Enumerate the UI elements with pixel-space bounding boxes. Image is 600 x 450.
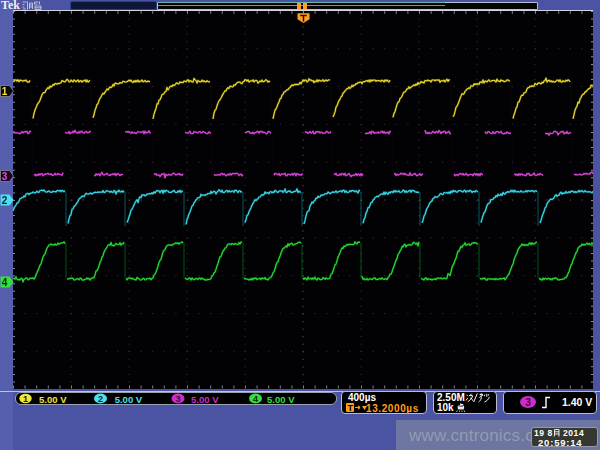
svg-text:1: 1 (23, 394, 28, 404)
svg-text:1.40 V: 1.40 V (562, 396, 592, 408)
svg-text:4: 4 (253, 394, 258, 404)
svg-text:5.00 V: 5.00 V (115, 394, 143, 405)
svg-text:3: 3 (2, 171, 8, 182)
svg-text:2: 2 (2, 195, 8, 206)
svg-text:5.00 V: 5.00 V (191, 394, 219, 405)
svg-text:5.00 V: 5.00 V (39, 394, 67, 405)
svg-text:2: 2 (98, 394, 103, 404)
svg-text:5.00 V: 5.00 V (267, 394, 295, 405)
svg-text:3: 3 (175, 394, 180, 404)
svg-text:3: 3 (525, 397, 531, 408)
svg-text:1: 1 (2, 86, 8, 97)
svg-text:4: 4 (2, 277, 8, 288)
